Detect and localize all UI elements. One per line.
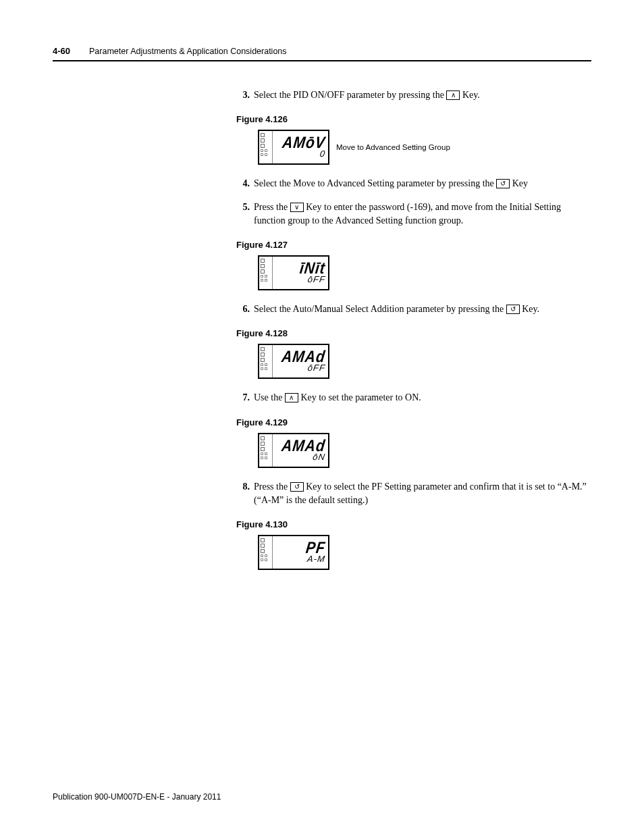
lcd-side-indicators [259, 536, 273, 569]
step-number: 4. [236, 177, 250, 190]
lcd-side-indicators [259, 131, 273, 163]
step-8: 8. Press the ↺ Key to select the PF Sett… [236, 480, 591, 508]
step-number: 6. [236, 303, 250, 316]
lcd-main: PF A-M [273, 536, 328, 569]
lcd-line2: A-M [275, 554, 326, 564]
step-number: 8. [236, 480, 250, 508]
step-5: 5. Press the ∨ Key to enter the password… [236, 201, 591, 228]
step-text: Select the Move to Advanced Setting para… [254, 177, 591, 190]
step-number: 7. [236, 391, 250, 405]
figure-129: AMAd ōN [258, 433, 591, 468]
figure-caption: Move to Advanced Setting Group [336, 142, 450, 153]
figure-label: Figure 4.127 [236, 240, 591, 250]
step-text: Select the Auto/Manual Select Addition p… [254, 303, 591, 316]
step-3: 3. Select the PID ON/OFF parameter by pr… [236, 88, 591, 102]
lcd-side-indicators [259, 345, 273, 377]
up-key-icon: ∧ [285, 393, 298, 402]
lcd-side-indicators [259, 434, 273, 467]
figure-label: Figure 4.130 [236, 519, 591, 529]
figure-label: Figure 4.129 [236, 417, 591, 427]
step-text: Press the ∨ Key to enter the password (-… [254, 201, 591, 228]
figure-130: PF A-M [258, 535, 591, 570]
step-6: 6. Select the Auto/Manual Select Additio… [236, 303, 591, 316]
step-text: Use the ∧ Key to set the parameter to ON… [254, 391, 591, 405]
body-content: 3. Select the PID ON/OFF parameter by pr… [236, 88, 591, 570]
lcd-line2: 0 [275, 149, 326, 159]
loop-key-icon: ↺ [290, 482, 304, 492]
lcd-main: AMAd ōN [273, 434, 328, 467]
figure-label: Figure 4.128 [236, 328, 591, 338]
lcd-side-indicators [259, 257, 273, 289]
lcd-main: AMAd ōFF [273, 345, 328, 377]
loop-key-icon: ↺ [496, 179, 510, 188]
lcd-line1: AMAd [275, 438, 327, 453]
step-text: Select the PID ON/OFF parameter by press… [254, 88, 591, 102]
lcd-display: īNīt ōFF [258, 255, 329, 290]
lcd-line2: ōFF [275, 275, 326, 284]
page-header: 4-60 Parameter Adjustments & Application… [53, 46, 591, 61]
figure-127: īNīt ōFF [258, 255, 591, 290]
lcd-display: AMAd ōN [258, 433, 329, 468]
publication-footer: Publication 900-UM007D-EN-E - January 20… [53, 792, 221, 802]
step-4: 4. Select the Move to Advanced Setting p… [236, 177, 591, 190]
figure-label: Figure 4.126 [236, 114, 591, 124]
step-number: 5. [236, 201, 250, 228]
page-number: 4-60 [53, 46, 70, 56]
lcd-line2: ōN [275, 452, 326, 462]
lcd-line2: ōFF [275, 363, 326, 373]
lcd-main: īNīt ōFF [273, 257, 328, 289]
lcd-display: AMAd ōFF [258, 344, 329, 379]
step-number: 3. [236, 88, 250, 102]
figure-128: AMAd ōFF [258, 344, 591, 379]
lcd-display: PF A-M [258, 535, 329, 570]
lcd-line1: AMōV [275, 136, 327, 151]
lcd-display: AMōV 0 [258, 130, 329, 165]
figure-126: AMōV 0 Move to Advanced Setting Group [258, 130, 591, 165]
up-key-icon: ∧ [446, 90, 460, 100]
step-text: Press the ↺ Key to select the PF Setting… [254, 480, 591, 508]
loop-key-icon: ↺ [506, 305, 520, 314]
lcd-main: AMōV 0 [273, 131, 328, 163]
down-key-icon: ∨ [290, 203, 304, 212]
chapter-title: Parameter Adjustments & Application Cons… [89, 47, 287, 56]
step-7: 7. Use the ∧ Key to set the parameter to… [236, 391, 591, 405]
